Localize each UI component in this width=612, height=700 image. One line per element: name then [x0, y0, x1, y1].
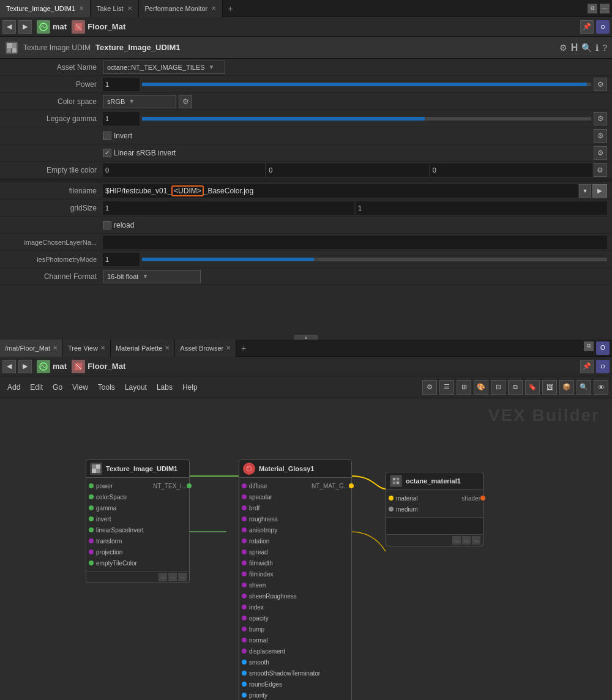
image-chosen-layer-input[interactable]: [103, 236, 607, 249]
port-filmwidth-label: filmwidth: [249, 560, 273, 567]
octane-footer-btn1[interactable]: —: [452, 536, 461, 545]
linear-srgb-gear-button[interactable]: ⚙: [594, 146, 607, 160]
tab-close-icon[interactable]: ✕: [53, 344, 58, 351]
empty-tile-g-input[interactable]: 0: [266, 163, 428, 177]
tab-close-icon[interactable]: ✕: [79, 5, 84, 12]
tab-tree-view[interactable]: Tree View ✕: [63, 340, 111, 357]
texture-footer-btn3[interactable]: —: [178, 573, 187, 581]
octane-node-title: octane_material1: [406, 477, 461, 485]
reload-checkbox[interactable]: [103, 221, 111, 229]
legacy-gamma-gear-button[interactable]: ⚙: [594, 112, 607, 125]
toolbar-search-icon[interactable]: 🔍: [577, 380, 591, 395]
color-space-gear-button[interactable]: ⚙: [179, 95, 192, 108]
bottom-forward-button[interactable]: ▶: [18, 360, 32, 373]
bottom-window-mode-button[interactable]: ⧉: [584, 341, 594, 351]
tab-performance-monitor[interactable]: Performance Monitor ✕: [139, 0, 223, 17]
search-header-icon[interactable]: 🔍: [581, 43, 592, 53]
invert-gear-button[interactable]: ⚙: [594, 129, 607, 143]
toolbar-settings-icon[interactable]: ⚙: [422, 380, 437, 395]
node-texture-image-udim1[interactable]: Texture_Image_UDIM1 power NT_TEX_I... co…: [86, 460, 190, 583]
menu-add[interactable]: Add: [4, 383, 24, 392]
menu-labs[interactable]: Labs: [153, 383, 176, 392]
node-octane-material1[interactable]: octane_material1 material shader medium …: [386, 472, 483, 546]
empty-tile-r-input[interactable]: 0: [103, 163, 265, 177]
tab-close-icon[interactable]: ✕: [165, 344, 170, 351]
toolbar-image-icon[interactable]: 🖼: [542, 380, 557, 395]
empty-tile-b-input[interactable]: 0: [430, 163, 592, 177]
forward-button[interactable]: ▶: [18, 20, 32, 34]
port-gamma: gamma: [86, 502, 189, 513]
tab-material-palette[interactable]: Material Palette ✕: [111, 340, 175, 357]
tab-mat-floor[interactable]: /mat/Floor_Mat ✕: [0, 340, 63, 357]
color-space-dropdown[interactable]: sRGB ▼: [103, 95, 176, 108]
toolbar-color-palette-icon[interactable]: 🎨: [474, 380, 488, 395]
home-icon[interactable]: H: [571, 42, 578, 53]
tab-close-icon[interactable]: ✕: [100, 344, 105, 351]
power-gear-button[interactable]: ⚙: [594, 78, 607, 91]
bottom-pin-button[interactable]: 📌: [580, 360, 594, 373]
tab-texture-image-udim1[interactable]: Texture_Image_UDIM1 ✕: [0, 0, 91, 17]
texture-footer-btn1[interactable]: —: [159, 573, 167, 581]
tab-close-icon[interactable]: ✕: [127, 5, 132, 12]
port-power-dot: [89, 483, 94, 488]
svg-rect-11: [92, 464, 96, 469]
toolbar-layout-icon[interactable]: ⧉: [508, 380, 523, 395]
tab-close-icon[interactable]: ✕: [226, 344, 231, 351]
port-priority: priority: [239, 690, 351, 700]
asset-name-dropdown[interactable]: octane::NT_TEX_IMAGE_TILES ▼: [103, 61, 225, 74]
menu-tools[interactable]: Tools: [94, 383, 119, 392]
ies-photometry-slider[interactable]: [142, 258, 607, 261]
svg-rect-19: [393, 478, 395, 480]
empty-tile-gear-button[interactable]: ⚙: [594, 163, 607, 177]
linear-srgb-checkbox[interactable]: ✓: [103, 149, 111, 157]
power-value-box[interactable]: 1: [103, 78, 140, 91]
menu-go[interactable]: Go: [49, 383, 66, 392]
bottom-tab-add-button[interactable]: +: [236, 343, 251, 353]
port-emptyTileColor: emptyTileColor: [86, 557, 189, 568]
gridsize-row-input[interactable]: 1: [356, 201, 607, 215]
toolbar-list-icon[interactable]: ☰: [439, 380, 454, 395]
top-panel-handle[interactable]: ▲: [294, 335, 318, 340]
window-close-button[interactable]: —: [600, 4, 610, 13]
node-graph[interactable]: VEX Builder Texture_Image_UDIM1: [0, 398, 612, 700]
menu-layout[interactable]: Layout: [121, 383, 151, 392]
node-material-glossy1[interactable]: Material_Glossy1 diffuse NT_MAT_G... spe…: [239, 460, 352, 700]
toolbar-eye-icon[interactable]: 👁: [594, 380, 608, 395]
menu-view[interactable]: View: [69, 383, 92, 392]
invert-checkbox[interactable]: [103, 132, 111, 140]
texture-footer-btn2[interactable]: —: [168, 573, 177, 581]
tab-asset-browser[interactable]: Asset Browser ✕: [175, 340, 236, 357]
tab-close-icon[interactable]: ✕: [211, 5, 216, 12]
filename-input[interactable]: $HIP/testcube_v01_ <UDIM> _BaseColor.jog: [103, 184, 578, 198]
port-displacement-dot: [242, 649, 247, 653]
menu-help[interactable]: Help: [179, 383, 201, 392]
toolbar-asset-icon[interactable]: 📦: [559, 380, 574, 395]
bottom-floor-mat-breadcrumb: Floor_Mat: [88, 362, 125, 371]
toolbar-view-icon[interactable]: ⊟: [491, 380, 506, 395]
octane-footer-btn2[interactable]: —: [462, 536, 471, 545]
ies-photometry-value-box[interactable]: 1: [103, 253, 140, 266]
bottom-back-button[interactable]: ◀: [2, 360, 16, 373]
gridsize-col-input[interactable]: 1: [103, 201, 354, 215]
help-icon[interactable]: ?: [602, 43, 607, 53]
settings-icon[interactable]: ⚙: [559, 43, 567, 53]
tab-take-list[interactable]: Take List ✕: [91, 0, 138, 17]
legacy-gamma-value-box[interactable]: 1: [103, 112, 140, 125]
filename-dropdown-arrow[interactable]: ▼: [579, 184, 591, 198]
info-icon[interactable]: ℹ: [595, 43, 599, 53]
tab-add-button[interactable]: +: [223, 4, 237, 13]
power-slider[interactable]: [142, 83, 591, 86]
octane-node-icon: [390, 475, 402, 487]
toolbar-grid-icon[interactable]: ⊞: [457, 380, 471, 395]
menu-edit[interactable]: Edit: [26, 383, 47, 392]
filename-browse-button[interactable]: ▶: [592, 184, 607, 198]
channel-format-dropdown[interactable]: 16-bit float ▼: [103, 270, 201, 283]
back-button[interactable]: ◀: [2, 20, 16, 34]
window-mode-button[interactable]: ⧉: [588, 4, 597, 13]
octane-footer-btn3[interactable]: —: [472, 536, 480, 545]
toolbar-bookmark-icon[interactable]: 🔖: [525, 380, 540, 395]
bottom-mat-breadcrumb: mat: [53, 362, 67, 371]
port-bump: bump: [239, 624, 351, 635]
pin-button[interactable]: 📌: [580, 20, 594, 34]
legacy-gamma-slider[interactable]: [142, 117, 591, 121]
